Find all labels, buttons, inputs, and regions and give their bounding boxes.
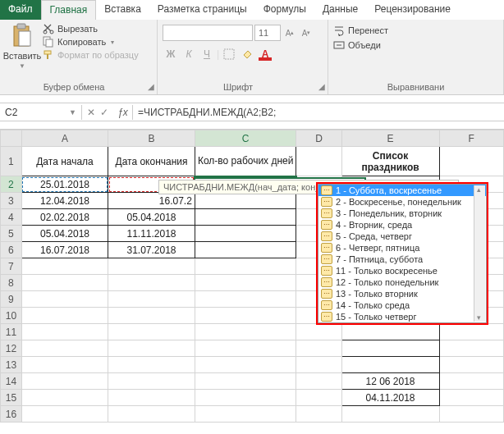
cell[interactable] bbox=[21, 258, 108, 275]
dropdown-option[interactable]: ⋯5 - Среда, четверг bbox=[318, 231, 486, 242]
row-header-7[interactable]: 7 bbox=[1, 258, 22, 275]
dropdown-option[interactable]: ⋯13 - Только вторник bbox=[318, 288, 486, 299]
dropdown-option[interactable]: ⋯14 - Только среда bbox=[318, 299, 486, 311]
cell[interactable] bbox=[108, 340, 195, 357]
tab-home[interactable]: Главная bbox=[41, 0, 97, 20]
cell[interactable] bbox=[108, 406, 195, 423]
tab-insert[interactable]: Вставка bbox=[96, 0, 149, 20]
dropdown-option[interactable]: ⋯1 - Суббота, воскресенье bbox=[318, 185, 486, 196]
col-header-A[interactable]: A bbox=[21, 130, 108, 147]
cell[interactable] bbox=[296, 373, 341, 390]
tab-formulas[interactable]: Формулы bbox=[255, 0, 314, 20]
row-header-12[interactable]: 12 bbox=[1, 340, 22, 357]
row-header-14[interactable]: 14 bbox=[1, 373, 22, 390]
cell[interactable] bbox=[21, 357, 108, 373]
cell[interactable] bbox=[296, 147, 341, 176]
shrink-font-button[interactable]: A▾ bbox=[299, 25, 314, 40]
cell[interactable]: 11.11.2018 bbox=[108, 226, 195, 242]
cut-button[interactable]: Вырезать bbox=[43, 23, 139, 34]
row-header-4[interactable]: 4 bbox=[1, 209, 22, 226]
row-header-3[interactable]: 3 bbox=[1, 193, 22, 209]
wrap-text-button[interactable]: Перенест bbox=[333, 25, 498, 36]
accept-formula-icon[interactable]: ✓ bbox=[100, 107, 108, 118]
cell[interactable] bbox=[341, 324, 439, 340]
cell[interactable] bbox=[296, 406, 341, 423]
cell[interactable] bbox=[439, 390, 504, 406]
formula-input[interactable]: =ЧИСТРАБДНИ.МЕЖД(A2;B2; bbox=[133, 105, 504, 120]
scrollbar[interactable] bbox=[474, 185, 485, 322]
tab-file[interactable]: Файл bbox=[0, 0, 41, 20]
borders-button[interactable] bbox=[221, 46, 237, 62]
cell[interactable] bbox=[21, 390, 108, 406]
cell[interactable] bbox=[195, 275, 296, 291]
row-header-10[interactable]: 10 bbox=[1, 308, 22, 324]
cell[interactable] bbox=[195, 193, 296, 209]
row-header-16[interactable]: 16 bbox=[1, 406, 22, 423]
row-header-8[interactable]: 8 bbox=[1, 275, 22, 291]
cell[interactable] bbox=[195, 390, 296, 406]
cell[interactable] bbox=[21, 373, 108, 390]
dropdown-option[interactable]: ⋯12 - Только понедельник bbox=[318, 276, 486, 288]
col-header-D[interactable]: D bbox=[296, 130, 341, 147]
cell[interactable] bbox=[21, 275, 108, 291]
cell[interactable] bbox=[21, 291, 108, 308]
name-box[interactable]: C2▼ bbox=[0, 105, 82, 120]
cell[interactable] bbox=[296, 324, 341, 340]
dropdown-option[interactable]: ⋯6 - Четверг, пятница bbox=[318, 242, 486, 254]
fx-button[interactable]: ƒx bbox=[113, 105, 133, 120]
cell[interactable]: Дата начала bbox=[21, 147, 108, 176]
underline-button[interactable]: Ч bbox=[199, 46, 215, 62]
dialog-launcher-icon[interactable]: ◢ bbox=[148, 82, 154, 91]
dropdown-option[interactable]: ⋯3 - Понедельник, вторник bbox=[318, 208, 486, 219]
cell[interactable] bbox=[21, 406, 108, 423]
cell[interactable]: 31.07.2018 bbox=[108, 242, 195, 258]
cell[interactable]: Кол-во рабочих дней bbox=[195, 147, 296, 176]
cell[interactable]: 16.07.2 bbox=[108, 193, 195, 209]
cell[interactable] bbox=[108, 390, 195, 406]
dropdown-option[interactable]: ⋯4 - Вторник, среда bbox=[318, 219, 486, 231]
dropdown-option[interactable]: ⋯2 - Воскресенье, понедельник bbox=[318, 196, 486, 208]
cell[interactable] bbox=[108, 308, 195, 324]
row-header-2[interactable]: 2 bbox=[1, 176, 22, 193]
paste-button[interactable]: Вставить ▼ bbox=[5, 23, 39, 70]
cell[interactable] bbox=[108, 258, 195, 275]
font-family-select[interactable] bbox=[163, 25, 253, 41]
cell[interactable]: 12 06 2018 bbox=[341, 373, 439, 390]
font-size-select[interactable] bbox=[254, 25, 281, 41]
italic-button[interactable]: К bbox=[181, 46, 197, 62]
cell[interactable] bbox=[341, 340, 439, 357]
cell[interactable] bbox=[341, 406, 439, 423]
fill-color-button[interactable] bbox=[239, 46, 255, 62]
tab-data[interactable]: Данные bbox=[314, 0, 366, 20]
cell[interactable] bbox=[108, 357, 195, 373]
copy-button[interactable]: Копировать▾ bbox=[43, 36, 139, 48]
row-header-1[interactable]: 1 bbox=[1, 147, 22, 176]
merge-button[interactable]: Объеди bbox=[333, 39, 498, 51]
cell[interactable] bbox=[108, 291, 195, 308]
cell[interactable] bbox=[439, 147, 504, 176]
cell[interactable] bbox=[439, 406, 504, 423]
dropdown-option[interactable]: ⋯7 - Пятница, суббота bbox=[318, 254, 486, 265]
cell[interactable] bbox=[195, 373, 296, 390]
cell[interactable] bbox=[296, 390, 341, 406]
cell[interactable] bbox=[21, 308, 108, 324]
col-header-F[interactable]: F bbox=[439, 130, 504, 147]
cell[interactable] bbox=[195, 340, 296, 357]
bold-button[interactable]: Ж bbox=[163, 46, 179, 62]
row-header-6[interactable]: 6 bbox=[1, 242, 22, 258]
cell[interactable] bbox=[195, 258, 296, 275]
format-painter-button[interactable]: Формат по образцу bbox=[43, 49, 139, 61]
cell[interactable]: Списокпраздников bbox=[341, 147, 439, 176]
cell[interactable] bbox=[21, 324, 108, 340]
cell[interactable]: 16.07.2018 bbox=[21, 242, 108, 258]
cell[interactable] bbox=[195, 242, 296, 258]
col-header-E[interactable]: E bbox=[341, 130, 439, 147]
cell[interactable]: 02.02.2018 bbox=[21, 209, 108, 226]
cell[interactable]: 04.11.2018 bbox=[341, 390, 439, 406]
formula-argument-dropdown[interactable]: ⋯1 - Суббота, воскресенье⋯2 - Воскресень… bbox=[316, 182, 488, 325]
cell[interactable]: 05.04.2018 bbox=[21, 226, 108, 242]
row-header-13[interactable]: 13 bbox=[1, 357, 22, 373]
cell[interactable] bbox=[108, 324, 195, 340]
cell[interactable] bbox=[195, 291, 296, 308]
dropdown-option[interactable]: ⋯11 - Только воскресенье bbox=[318, 265, 486, 276]
